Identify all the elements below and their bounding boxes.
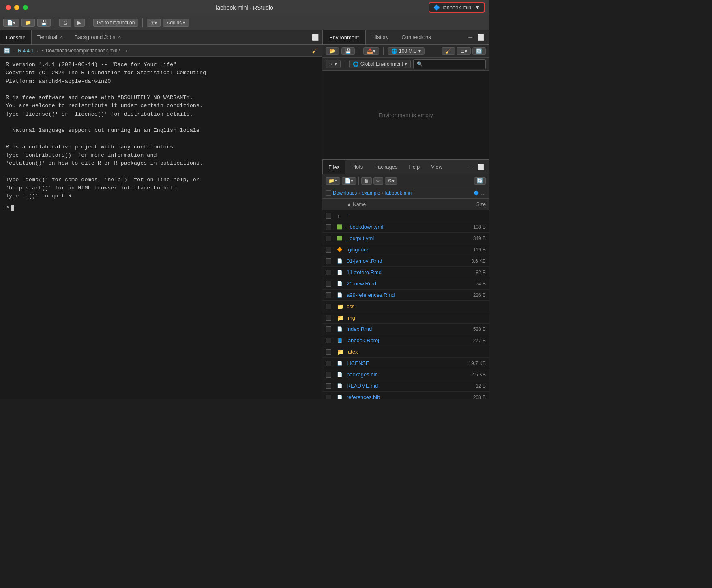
tab-viewer[interactable]: View [425,160,448,174]
import-dataset-button[interactable]: 📥▾ [363,47,379,55]
breadcrumb-downloads[interactable]: Downloads [333,190,357,196]
table-row[interactable]: 🟩 _output.yml 349 B [322,233,489,244]
more-breadcrumb-icon[interactable]: … [481,190,486,196]
table-row[interactable]: 📁 latex [322,346,489,358]
new-file-button[interactable]: 📄▾ [3,19,19,27]
tab-connections[interactable]: Connections [395,30,437,44]
rename-file-button[interactable]: ✏ [373,177,383,185]
clear-console-icon[interactable]: 🧹 [312,48,318,54]
env-search-input[interactable] [413,59,486,69]
addins-button[interactable]: Addins ▾ [163,19,189,27]
file-name[interactable]: img [347,315,453,321]
maximize-window-button[interactable] [23,5,28,10]
tab-background-jobs[interactable]: Background Jobs ✕ [69,30,127,44]
file-name[interactable]: _bookdown.yml [347,224,453,230]
terminal-close-icon[interactable]: ✕ [60,34,63,40]
table-row[interactable]: 📁 css [322,301,489,312]
table-row[interactable]: 📄 01-jamovi.Rmd 3.6 KB [322,255,489,267]
load-workspace-button[interactable]: 📂 [326,47,339,55]
file-name[interactable]: LICENSE [347,360,453,366]
tab-help[interactable]: Help [403,160,425,174]
breadcrumb-example[interactable]: example [362,190,380,196]
table-row[interactable]: 📄 references.bib 268 B [322,392,489,399]
tab-packages[interactable]: Packages [369,160,403,174]
table-row[interactable]: 📄 packages.bib 2.5 KB [322,369,489,380]
close-window-button[interactable] [6,5,11,10]
table-row[interactable]: 📄 11-zotero.Rmd 82 B [322,267,489,278]
breadcrumb-labbook-mini[interactable]: labbook-mini [385,190,413,196]
table-row[interactable]: 📁 img [322,312,489,324]
file-checkbox[interactable] [326,224,337,230]
table-row[interactable]: 📘 labbook.Rproj 277 B [322,335,489,346]
project-button[interactable]: 🔷 labbook-mini ▼ [429,2,485,13]
header-name-col[interactable]: ▲ Name [347,202,453,207]
maximize-files-button[interactable]: ⬜ [476,163,486,171]
table-row[interactable]: 📄 a99-references.Rmd 226 B [322,290,489,301]
minimize-window-button[interactable] [14,5,19,10]
tab-history[interactable]: History [366,30,395,44]
file-checkbox[interactable] [326,326,337,332]
file-name[interactable]: 20-new.Rmd [347,281,453,287]
save-workspace-button[interactable]: 💾 [341,47,355,55]
table-row[interactable]: 📄 LICENSE 19.7 KB [322,358,489,369]
table-row[interactable]: 📄 README.md 12 B [322,380,489,392]
refresh-env-button[interactable]: 🔄 [472,47,486,55]
table-row[interactable]: 🔶 .gitignore 119 B [322,244,489,255]
file-name[interactable]: _output.yml [347,235,453,241]
broom-icon-button[interactable]: 🧹 [442,47,455,55]
run-button[interactable]: ▶ [74,19,85,27]
breadcrumb-checkbox[interactable] [326,190,331,196]
file-name[interactable]: packages.bib [347,371,453,378]
file-checkbox[interactable] [326,236,337,241]
file-checkbox[interactable] [326,361,337,366]
background-jobs-close-icon[interactable]: ✕ [118,34,121,40]
file-checkbox[interactable] [326,349,337,355]
goto-file-button[interactable]: Go to file/function [93,19,138,27]
file-checkbox[interactable] [326,247,337,253]
file-name[interactable]: index.Rmd [347,326,453,332]
minimize-env-button[interactable]: ─ [467,33,474,41]
file-checkbox[interactable] [326,372,337,378]
list-view-button[interactable]: ☰▾ [457,47,471,55]
file-checkbox[interactable] [326,258,337,264]
file-name[interactable]: .gitignore [347,247,453,253]
minimize-files-button[interactable]: ─ [467,163,474,171]
file-name[interactable]: a99-references.Rmd [347,292,453,298]
table-row[interactable]: ↑ .. [322,210,489,221]
file-name[interactable]: 01-jamovi.Rmd [347,258,453,264]
header-size-col[interactable]: Size [453,202,486,207]
maximize-env-button[interactable]: ⬜ [476,33,486,41]
r-refresh-icon[interactable]: 🔄 [4,48,10,54]
delete-file-button[interactable]: 🗑 [361,177,372,185]
file-checkbox[interactable] [326,383,337,389]
maximize-console-icon[interactable]: ⬜ [312,34,319,41]
file-checkbox[interactable] [326,281,337,287]
file-name[interactable]: references.bib [347,394,453,399]
file-name[interactable]: labbook.Rproj [347,337,453,343]
file-name[interactable]: latex [347,349,453,355]
open-file-button[interactable]: 📁 [21,19,35,27]
more-files-button[interactable]: ⚙▾ [385,177,397,185]
file-checkbox[interactable] [326,315,337,321]
refresh-files-button[interactable]: 🔄 [474,177,486,185]
file-checkbox[interactable] [326,270,337,275]
file-name[interactable]: .. [347,212,453,219]
file-checkbox[interactable] [326,395,337,399]
file-name[interactable]: README.md [347,383,453,389]
file-checkbox[interactable] [326,304,337,309]
r-language-dropdown[interactable]: R ▾ [326,60,341,68]
console-prompt[interactable]: > [6,204,316,212]
file-name[interactable]: css [347,303,453,309]
new-file-files-button[interactable]: 📄▾ [342,177,356,185]
table-row[interactable]: 📄 index.Rmd 528 B [322,324,489,335]
print-button[interactable]: 🖨 [59,19,71,27]
tab-environment[interactable]: Environment [322,30,366,44]
file-name[interactable]: 11-zotero.Rmd [347,269,453,275]
table-row[interactable]: 🟩 _bookdown.yml 198 B [322,221,489,233]
file-checkbox[interactable] [326,213,337,219]
global-env-dropdown[interactable]: 🌐 Global Environment ▾ [349,60,411,68]
file-checkbox[interactable] [326,292,337,298]
tab-plots[interactable]: Plots [345,160,369,174]
new-folder-button[interactable]: 📁+ [326,177,340,185]
tab-files[interactable]: Files [322,160,345,174]
